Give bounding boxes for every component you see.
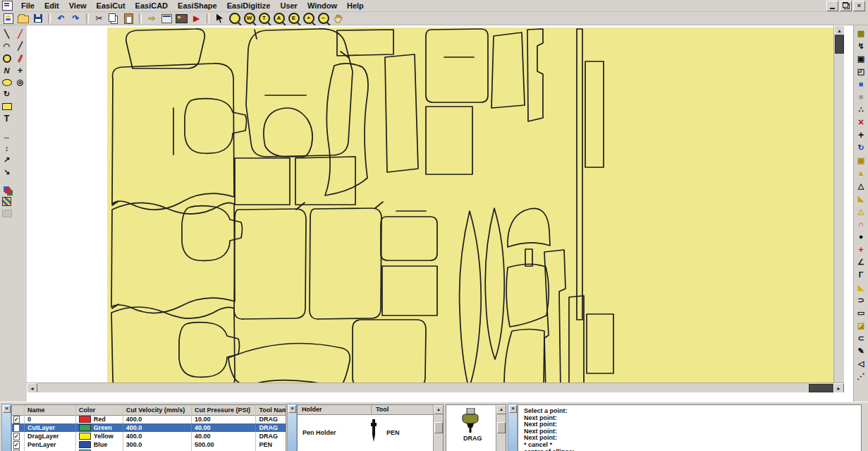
line-segment-icon[interactable]: ╱ [14,40,27,52]
menu-user[interactable]: User [275,1,302,11]
restore-button[interactable] [840,1,852,11]
join-icon[interactable]: ⊂ [855,332,867,344]
ungroup-icon[interactable]: ◰ [855,65,867,78]
command-history[interactable]: Select a point: Next point: Next point: … [518,404,862,451]
undo-icon[interactable]: ↶ [54,13,68,24]
save-icon[interactable] [31,13,44,24]
nest-piece-icon[interactable]: △ [855,205,867,217]
scroll-thumb[interactable] [434,422,443,433]
text-icon[interactable]: T [1,112,13,124]
start-cut-icon[interactable]: ▶ [190,13,203,24]
point-icon[interactable] [1,52,13,64]
scroll-left-button[interactable]: ◄ [27,383,37,392]
holder-list-scrollbar[interactable]: ▲ [433,405,443,451]
table-row[interactable]: DragLayer Yellow 400.0 40.00 DRAG [12,432,286,440]
pan-icon[interactable] [331,13,345,24]
close-command-panel-button[interactable]: × [509,405,517,413]
layer-checkbox[interactable] [13,433,20,440]
rotate-object-icon[interactable]: ↘ [1,166,13,178]
bitmap-icon[interactable] [1,196,13,208]
send-to-back-icon[interactable]: ■ [855,90,867,103]
table-row[interactable]: PenLayer Blue 300.0 500.00 PEN [12,440,286,449]
polyline-icon[interactable]: N [1,64,13,76]
canvas-vertical-scrollbar[interactable]: ▲ ▼ [833,25,844,392]
scroll-up-button[interactable]: ▲ [834,25,844,35]
revolve-icon[interactable]: ↻ [1,88,13,100]
bring-to-front-icon[interactable]: ■ [855,78,867,90]
measure-horizontal-icon[interactable]: ↔ [1,130,13,142]
menu-easicut[interactable]: EasiCut [92,1,130,11]
plot-route-icon[interactable]: ↯ [855,40,867,52]
cutter-icon[interactable] [175,13,188,24]
delete-icon[interactable]: × [855,116,867,128]
table-row-selected[interactable]: CutLayer Green 400.0 40.00 DRAG [12,423,286,432]
scale-icon[interactable]: ↗ [1,154,13,166]
zoom-extents-icon[interactable]: E [287,13,300,24]
cut-icon[interactable]: ✂ [92,13,106,24]
menu-view[interactable]: View [64,1,92,11]
canvas-viewport[interactable]: ▲ ▼ ◄ ► [27,25,844,392]
open-icon[interactable] [16,13,30,24]
plot-icon[interactable]: ⇨ [145,13,159,24]
pattern-drawing[interactable] [107,28,844,392]
construction-line-icon[interactable]: ╱ [14,28,27,40]
close-contour-icon[interactable]: ▭ [855,306,867,319]
minimize-button[interactable] [826,1,838,11]
select-icon[interactable] [213,13,226,24]
copy-icon[interactable] [107,13,121,24]
holder-row[interactable]: Pen Holder PEN [298,415,443,451]
ellipse-icon[interactable] [1,76,13,88]
fillet-icon[interactable]: ∠ [855,255,867,268]
layers-panel-grab-bar[interactable]: × [1,404,11,451]
menu-easicad[interactable]: EasiCAD [130,1,173,11]
nest-block-icon[interactable]: ▲ [855,167,867,179]
corner-icon[interactable]: Γ [855,268,867,281]
patch-icon[interactable]: ◪ [855,319,867,332]
menu-easishape[interactable]: EasiShape [173,1,222,11]
vertical-scroll-thumb[interactable] [835,35,844,54]
command-panel-grab-bar[interactable]: × [508,404,518,451]
new-icon[interactable] [1,13,15,24]
mirror-icon[interactable]: ◁ [855,357,867,370]
app-icon[interactable] [2,1,13,11]
menu-file[interactable]: File [16,1,39,11]
fill-region-icon[interactable]: ◣ [855,281,867,294]
layer-checkbox[interactable] [13,416,20,423]
menu-edit[interactable]: Edit [39,1,64,11]
nest-area-icon[interactable]: ◣ [855,192,867,205]
horizontal-scroll-thumb[interactable] [809,384,834,392]
menu-help[interactable]: Help [342,1,369,11]
zoom-out-icon[interactable]: − [317,13,330,24]
rotate-icon[interactable]: ↻ [855,141,867,154]
nest-icon[interactable]: ▦ [855,27,867,40]
scroll-up-button[interactable]: ▲ [434,405,444,414]
open-contour-icon[interactable]: ⊃ [855,294,867,306]
table-row[interactable]: 0 Red 400.0 10.00 DRAG [12,415,286,423]
scroll-thumb[interactable] [497,422,506,433]
zoom-window-icon[interactable]: W [243,13,256,24]
menu-window[interactable]: Window [302,1,342,11]
zoom-realtime-icon[interactable]: T [257,13,271,24]
pen-icon[interactable]: ✎ [855,344,867,357]
material-sheet[interactable] [107,28,844,392]
spline-icon[interactable]: ⋰ [855,370,867,383]
trim-icon[interactable]: + [855,243,867,255]
scroll-up-button[interactable]: ▲ [496,405,506,414]
line-icon[interactable]: ╲ [1,28,13,40]
layer-checkbox[interactable] [13,424,20,432]
close-button[interactable]: × [853,1,865,11]
canvas-horizontal-scrollbar[interactable]: ◄ ► [27,383,844,392]
zoom-all-icon[interactable]: A [272,13,286,24]
layer-checkbox[interactable] [13,441,20,449]
zoom-in-icon[interactable]: + [302,13,315,24]
move-icon[interactable]: + [855,128,867,141]
close-holder-panel-button[interactable]: × [288,405,296,413]
select-region-icon[interactable]: ▣ [855,154,867,167]
center-point-icon[interactable]: ◎ [14,76,27,88]
plot-settings-icon[interactable] [160,13,173,24]
rectangle-icon[interactable] [1,100,13,112]
measure-vertical-icon[interactable]: ↕ [1,142,13,154]
print-icon[interactable] [1,208,13,220]
zoom-previous-icon[interactable] [228,13,241,24]
layers-icon[interactable] [1,184,13,196]
